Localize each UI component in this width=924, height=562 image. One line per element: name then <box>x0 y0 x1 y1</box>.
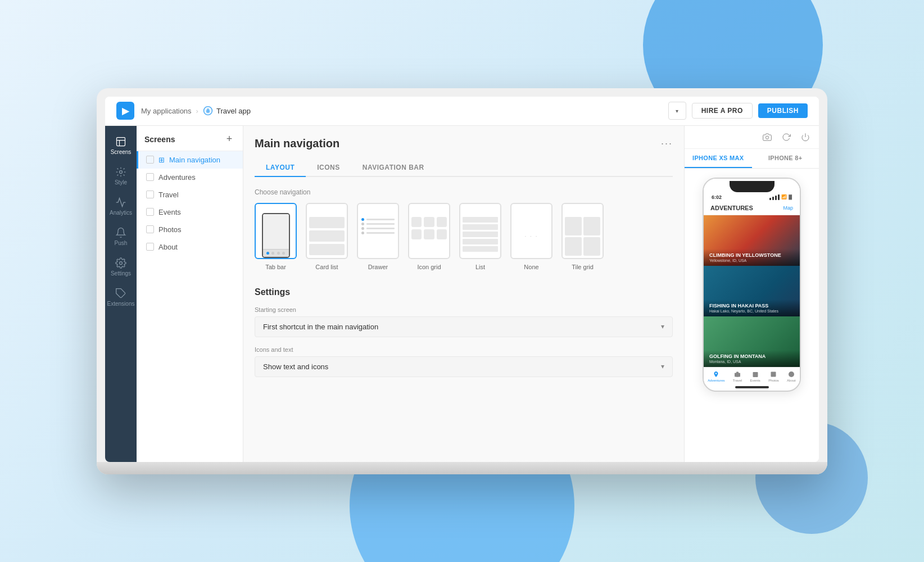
adventure-card-1-title: FISHING IN HAKAI PASS <box>709 303 794 309</box>
icons-text-select[interactable]: Show text and icons ▾ <box>255 356 673 377</box>
app-logo[interactable]: ▶ <box>116 102 134 120</box>
nav-choice-card-list[interactable]: Card list <box>306 203 348 270</box>
breadcrumb-current: Travel app <box>203 106 251 116</box>
nav-choice-icon-grid[interactable]: Icon grid <box>408 203 450 270</box>
sidebar-item-style[interactable]: Style <box>105 162 137 190</box>
svg-rect-1 <box>117 137 125 146</box>
screen-check-events <box>146 208 154 216</box>
settings-icon <box>115 257 126 269</box>
icons-text-value: Show text and icons <box>263 362 328 371</box>
phone-home-indicator <box>735 386 769 388</box>
nav-section-label: Choose navigation <box>255 188 673 196</box>
sidebar-item-settings[interactable]: Settings <box>105 253 137 281</box>
none-mock: · · · <box>511 215 551 258</box>
nav-choice-box-icon-grid <box>408 203 450 259</box>
camera-icon[interactable] <box>762 132 773 143</box>
sidebar-item-push[interactable]: Push <box>105 223 137 251</box>
adventure-card-0-title: CLIMBING IN YELLOWSTONE <box>709 252 794 259</box>
adventure-card-2[interactable]: GOLFING IN MONTANA Montana, ID, USA <box>704 316 800 367</box>
nav-choice-label-list: List <box>475 264 485 270</box>
main-layout: Screens Style Analytics <box>105 126 819 462</box>
content-tabs: LAYOUT ICONS NAVIGATION BAR <box>255 159 673 177</box>
adventure-card-0-overlay: CLIMBING IN YELLOWSTONE Yellowstone, ID,… <box>704 249 800 266</box>
preview-tab-xs-max[interactable]: IPHONE XS MAX <box>685 149 752 168</box>
screen-item-events[interactable]: Events <box>137 203 243 221</box>
settings-title: Settings <box>255 287 673 297</box>
adventure-card-1-subtitle: Hakai Lako, Neyarto, BC, United States <box>709 309 794 313</box>
screens-icon <box>115 136 126 147</box>
nav-choice-label-card-list: Card list <box>315 264 338 270</box>
nav-choice-box-tab-bar <box>255 203 297 259</box>
nav-choice-box-tile-grid <box>561 203 604 259</box>
info-icon <box>788 371 795 378</box>
dropdown-button[interactable]: ▾ <box>668 102 686 120</box>
breadcrumb-app-name: Travel app <box>216 107 251 115</box>
adventure-card-2-overlay: GOLFING IN MONTANA Montana, ID, USA <box>704 350 800 367</box>
nav-choice-list[interactable]: List <box>459 203 501 270</box>
phone-tab-photos[interactable]: Photos <box>768 370 779 382</box>
screen-item-main-navigation[interactable]: ⊞ Main navigation <box>137 151 243 169</box>
location-icon <box>713 371 719 378</box>
battery-icon: ▓ <box>789 194 792 200</box>
card-list-mock <box>307 215 347 258</box>
phone-header-title: ADVENTURES <box>710 205 753 211</box>
settings-section: Settings Starting screen First shortcut … <box>255 287 673 377</box>
screen-item-about[interactable]: About <box>137 238 243 256</box>
phone-status-icons: 📶 ▓ <box>769 194 792 200</box>
screen-item-photos[interactable]: Photos <box>137 221 243 238</box>
screens-panel: Screens + ⊞ Main navigation Adventures <box>137 126 243 462</box>
breadcrumb: My applications › Travel app <box>141 106 251 116</box>
nav-choice-none[interactable]: · · · None <box>510 203 552 270</box>
adventure-card-0[interactable]: CLIMBING IN YELLOWSTONE Yellowstone, ID,… <box>704 215 800 266</box>
sidebar-item-extensions[interactable]: Extensions <box>105 283 137 311</box>
phone-tab-adventures[interactable]: Adventures <box>708 370 724 382</box>
nav-choice-tile-grid[interactable]: Tile grid <box>561 203 604 270</box>
adventure-card-2-subtitle: Montana, ID, USA <box>709 360 794 364</box>
starting-screen-arrow: ▾ <box>661 323 664 330</box>
adventure-card-1-overlay: FISHING IN HAKAI PASS Hakai Lako, Neyart… <box>704 300 800 316</box>
style-icon <box>115 166 126 178</box>
breadcrumb-parent[interactable]: My applications <box>141 107 192 115</box>
laptop-base <box>97 462 827 474</box>
refresh-icon[interactable] <box>781 132 792 143</box>
starting-screen-select[interactable]: First shortcut in the main navigation ▾ <box>255 316 673 337</box>
sidebar-item-analytics[interactable]: Analytics <box>105 192 137 220</box>
phone-tab-events[interactable]: Events <box>750 370 760 382</box>
tab-icons[interactable]: ICONS <box>306 159 351 177</box>
screen-check-travel <box>146 191 154 198</box>
nav-choice-box-card-list <box>306 203 348 259</box>
screen-check-main <box>146 156 154 164</box>
svg-point-4 <box>120 170 123 173</box>
topbar: ▶ My applications › Travel app <box>105 97 819 126</box>
about-tab-icon <box>787 370 795 378</box>
sidebar-left: Screens Style Analytics <box>105 126 137 462</box>
sidebar-item-screens[interactable]: Screens <box>105 132 137 160</box>
preview-tab-8plus[interactable]: IPHONE 8+ <box>752 149 819 168</box>
tab-navigation-bar[interactable]: NAVIGATION BAR <box>351 159 436 177</box>
phone-tab-events-label: Events <box>750 379 760 382</box>
screen-label-photos: Photos <box>158 225 181 234</box>
svg-rect-10 <box>753 372 758 377</box>
power-icon[interactable] <box>800 132 811 143</box>
phone-tab-travel[interactable]: Travel <box>733 370 742 382</box>
nav-choice-label-drawer: Drawer <box>368 264 388 270</box>
hire-a-pro-button[interactable]: HIRE A PRO <box>692 103 753 119</box>
travel-app-icon <box>203 106 213 116</box>
phone-tab-about[interactable]: About <box>787 370 796 382</box>
phone-header-link[interactable]: Map <box>783 205 793 211</box>
publish-button[interactable]: PUBLISH <box>758 103 808 118</box>
screen-label-main: Main navigation <box>169 156 220 164</box>
screen-item-travel[interactable]: Travel <box>137 186 243 203</box>
screen-label-events: Events <box>158 208 181 216</box>
content-more-button[interactable]: ··· <box>661 138 673 149</box>
nav-choice-tab-bar[interactable]: Tab bar <box>255 203 297 270</box>
tab-layout[interactable]: LAYOUT <box>255 159 306 177</box>
add-screen-button[interactable]: + <box>224 134 235 145</box>
calendar-icon <box>752 371 759 378</box>
icon-grid-mock <box>409 215 449 258</box>
adventure-card-1[interactable]: FISHING IN HAKAI PASS Hakai Lako, Neyart… <box>704 266 800 316</box>
phone-tab-about-label: About <box>787 379 796 382</box>
nav-choice-drawer[interactable]: Drawer <box>357 203 399 270</box>
tile-grid-mock <box>563 215 603 258</box>
screen-item-adventures[interactable]: Adventures <box>137 169 243 186</box>
